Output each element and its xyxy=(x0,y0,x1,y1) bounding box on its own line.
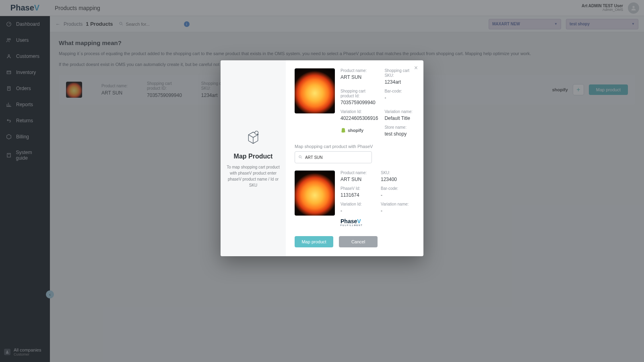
cart-product-image xyxy=(295,68,335,113)
s1-vid-lbl: Variation Id: xyxy=(341,109,378,114)
s2-sku-lbl: SKU: xyxy=(381,171,415,175)
modal-search-wrap xyxy=(295,151,372,163)
s1-store-lbl: Store name: xyxy=(384,125,415,130)
s1-sku-lbl: Shopping cart SKU: xyxy=(384,68,415,78)
phasev-product-image xyxy=(295,171,335,216)
map-section-label: Map shopping cart product with PhaseV xyxy=(295,144,415,149)
box-search-icon xyxy=(245,129,261,146)
s2-sku-val: 123400 xyxy=(381,177,415,182)
s2-vname-val: - xyxy=(381,208,415,214)
s2-name-val: ART SUN xyxy=(341,177,374,182)
s1-name-lbl: Product name: xyxy=(341,68,378,73)
s2-vid-lbl: Variation Id: xyxy=(341,202,374,207)
s2-name-lbl: Product name: xyxy=(341,171,374,175)
modal-title: Map Product xyxy=(234,153,273,160)
s1-id-val: 7035759099940 xyxy=(341,100,378,105)
modal-cancel-button[interactable]: Cancel xyxy=(339,236,378,247)
modal-overlay: × Map Product To map shopping cart produ… xyxy=(0,0,644,362)
shopify-icon xyxy=(341,128,346,133)
s2-bc-lbl: Bar-code: xyxy=(381,186,415,191)
modal-left-panel: Map Product To map shopping cart product… xyxy=(221,60,286,256)
s1-sku-val: 1234art xyxy=(384,79,415,85)
s2-bc-val: - xyxy=(381,192,415,198)
s1-bc-val: - xyxy=(384,95,415,101)
shopify-brand: shopify xyxy=(341,128,363,133)
s1-bc-lbl: Bar-code: xyxy=(384,89,415,94)
modal-right-panel: Product name:ART SUN Shopping cart SKU:1… xyxy=(286,60,423,256)
s2-vname-lbl: Variation name: xyxy=(381,202,415,207)
s2-vid-val: - xyxy=(341,208,374,214)
s1-name-val: ART SUN xyxy=(341,74,378,80)
shopify-text: shopify xyxy=(348,128,363,133)
map-product-modal: × Map Product To map shopping cart produ… xyxy=(221,60,423,256)
s2-pvid-val: 1131674 xyxy=(341,192,374,198)
s1-store-val: test shopy xyxy=(384,131,415,137)
modal-map-button[interactable]: Map product xyxy=(295,236,333,247)
s1-vname-val: Default Title xyxy=(384,115,415,121)
s1-vid-val: 40224605306916 xyxy=(341,115,378,121)
phasev-brand: PhaseVFULFILLMENT xyxy=(341,218,415,226)
close-icon[interactable]: × xyxy=(414,64,418,72)
search-icon xyxy=(298,154,303,161)
s1-id-lbl: Shopping cart product Id: xyxy=(341,89,378,99)
s1-vname-lbl: Variation name: xyxy=(384,109,415,114)
modal-subtitle: To map shopping cart product with phaseV… xyxy=(225,164,281,188)
modal-search-input[interactable] xyxy=(305,155,368,160)
s2-pvid-lbl: PhaseV Id: xyxy=(341,186,374,191)
svg-point-11 xyxy=(299,156,301,158)
